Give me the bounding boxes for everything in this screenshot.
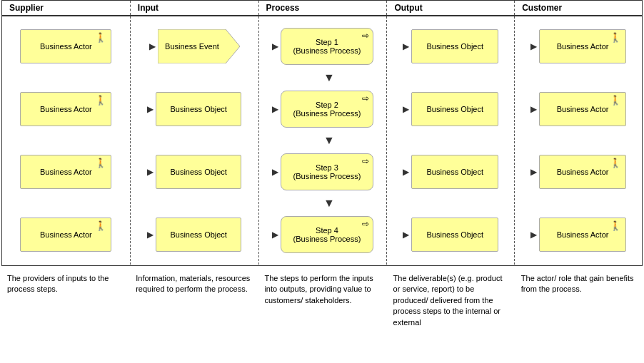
actor-icon-4: 🚶 xyxy=(95,220,106,231)
process-badge-1: ⇨ xyxy=(362,31,369,41)
process-vert-3: ▼ xyxy=(261,198,386,209)
process-badge-2: ⇨ xyxy=(362,93,369,103)
process-badge-3: ⇨ xyxy=(362,156,369,166)
lane-input: ▶ Business Event ▶ Business Object xyxy=(131,16,259,265)
output-flow-2: ▶ Business Object xyxy=(403,92,498,126)
arrow-supplier-input-2: ▶ xyxy=(147,104,154,114)
output-object-2: Business Object xyxy=(411,92,498,126)
input-object-4: Business Object xyxy=(156,218,241,252)
supplier-row-4: 🚶 Business Actor xyxy=(4,209,129,260)
process-row-4: ▶ ⇨ Step 4 (Business Process) xyxy=(261,209,386,260)
output-label-1: Business Object xyxy=(427,42,483,51)
output-flow-3: ▶ Business Object xyxy=(403,155,498,189)
process-row-1: ▶ ⇨ Step 1 (Business Process) xyxy=(261,21,386,72)
event-shape-1: Business Event xyxy=(158,29,240,63)
diagram-body: 🚶 Business Actor 🚶 Business Actor 🚶 Busi… xyxy=(1,16,643,265)
input-flow-4: ▶ Business Object xyxy=(147,218,241,252)
customer-actor-icon-3: 🚶 xyxy=(610,158,621,168)
customer-actor-3: 🚶 Business Actor xyxy=(539,155,626,189)
customer-flow-3: ▶ 🚶 Business Actor xyxy=(530,155,626,189)
output-label-4: Business Object xyxy=(427,230,483,239)
arrow-supplier-input-4: ▶ xyxy=(147,230,154,240)
process-label-1: Step 1 (Business Process) xyxy=(293,38,361,55)
supplier-label-1: Business Actor xyxy=(40,42,92,51)
actor-icon-2: 🚶 xyxy=(95,95,106,106)
output-row-4: ▶ Business Object xyxy=(388,209,513,260)
supplier-actor-2: 🚶 Business Actor xyxy=(20,92,111,126)
actor-icon-1: 🚶 xyxy=(95,32,106,43)
customer-flow-4: ▶ 🚶 Business Actor xyxy=(530,218,626,252)
input-object-3: Business Object xyxy=(156,155,241,189)
process-row-3: ▶ ⇨ Step 3 (Business Process) xyxy=(261,146,386,198)
arrow-process-output-4: ▶ xyxy=(403,230,409,240)
input-label-3: Business Object xyxy=(170,168,226,176)
output-label-2: Business Object xyxy=(427,105,483,113)
process-label-3: Step 3 (Business Process) xyxy=(293,163,361,180)
process-vert-1: ▼ xyxy=(261,72,386,83)
swimlane-header-row: Supplier Input Process Output Customer xyxy=(1,0,643,16)
supplier-row-3: 🚶 Business Actor xyxy=(4,146,129,198)
arrow-input-process-2: ▶ xyxy=(272,104,278,114)
header-supplier: Supplier xyxy=(2,1,131,15)
lane-process: ▶ ⇨ Step 1 (Business Process) ▼ ▶ ⇨ Step xyxy=(259,16,388,265)
output-row-2: ▶ Business Object xyxy=(388,83,513,135)
customer-label-3: Business Actor xyxy=(557,168,609,176)
output-flow-1: ▶ Business Object xyxy=(403,29,498,63)
output-object-1: Business Object xyxy=(411,29,498,63)
desc-input: Information, materials, resources requir… xyxy=(130,270,258,331)
supplier-actor-4: 🚶 Business Actor xyxy=(20,218,111,252)
process-flow-1: ▶ ⇨ Step 1 (Business Process) xyxy=(272,28,373,65)
supplier-label-4: Business Actor xyxy=(40,230,92,239)
customer-flow-2: ▶ 🚶 Business Actor xyxy=(530,92,626,126)
input-flow-1: ▶ Business Event xyxy=(149,29,240,63)
supplier-row-2: 🚶 Business Actor xyxy=(4,83,129,135)
header-process: Process xyxy=(259,1,388,15)
process-box-3: ⇨ Step 3 (Business Process) xyxy=(281,153,373,190)
input-row-2: ▶ Business Object xyxy=(132,83,257,135)
arrow-output-customer-3: ▶ xyxy=(530,167,537,177)
event-label-1: Business Event xyxy=(165,42,219,51)
arrow-process-output-1: ▶ xyxy=(403,41,409,51)
arrow-input-process-1: ▶ xyxy=(272,41,278,51)
process-down-arrow-2: ▼ xyxy=(323,134,335,147)
lane-output: ▶ Business Object ▶ Business Object xyxy=(387,16,515,265)
desc-output: The deliverable(s) (e.g. product or serv… xyxy=(388,270,515,331)
process-badge-4: ⇨ xyxy=(362,219,369,229)
header-customer: Customer xyxy=(515,1,642,15)
header-output: Output xyxy=(387,1,515,15)
process-down-arrow-3: ▼ xyxy=(323,197,335,210)
actor-icon-3: 🚶 xyxy=(95,158,106,168)
process-flow-4: ▶ ⇨ Step 4 (Business Process) xyxy=(272,216,373,253)
supplier-label-3: Business Actor xyxy=(40,168,92,176)
customer-actor-icon-4: 🚶 xyxy=(610,220,621,231)
desc-process: The steps to perform the inputs into out… xyxy=(258,270,387,331)
customer-actor-2: 🚶 Business Actor xyxy=(539,92,626,126)
arrow-output-customer-1: ▶ xyxy=(530,41,537,51)
lane-customer: ▶ 🚶 Business Actor ▶ 🚶 Business Actor xyxy=(515,16,642,265)
process-label-2: Step 2 (Business Process) xyxy=(293,101,361,118)
process-label-4: Step 4 (Business Process) xyxy=(293,226,361,243)
input-label-2: Business Object xyxy=(170,105,226,113)
customer-label-1: Business Actor xyxy=(557,42,609,51)
output-label-3: Business Object xyxy=(427,168,483,176)
arrow-supplier-input-3: ▶ xyxy=(147,167,154,177)
customer-flow-1: ▶ 🚶 Business Actor xyxy=(530,29,626,63)
arrow-process-output-2: ▶ xyxy=(403,104,409,114)
process-vert-2: ▼ xyxy=(261,135,386,146)
process-row-2: ▶ ⇨ Step 2 (Business Process) xyxy=(261,83,386,135)
output-object-4: Business Object xyxy=(411,218,498,252)
desc-customer: The actor/ role that gain benefits from … xyxy=(515,270,643,331)
customer-actor-1: 🚶 Business Actor xyxy=(539,29,626,63)
customer-row-2: ▶ 🚶 Business Actor xyxy=(516,83,640,135)
input-row-4: ▶ Business Object xyxy=(132,209,257,260)
process-box-4: ⇨ Step 4 (Business Process) xyxy=(281,216,373,253)
customer-row-4: ▶ 🚶 Business Actor xyxy=(516,209,640,260)
process-box-2: ⇨ Step 2 (Business Process) xyxy=(281,91,373,128)
process-box-1: ⇨ Step 1 (Business Process) xyxy=(281,28,373,65)
supplier-spacer-1 xyxy=(4,72,129,83)
arrow-supplier-input-1: ▶ xyxy=(149,41,156,51)
customer-actor-icon-2: 🚶 xyxy=(610,95,621,106)
arrow-process-output-3: ▶ xyxy=(403,167,409,177)
input-row-1: ▶ Business Event xyxy=(132,21,257,72)
arrow-input-process-3: ▶ xyxy=(272,167,278,177)
